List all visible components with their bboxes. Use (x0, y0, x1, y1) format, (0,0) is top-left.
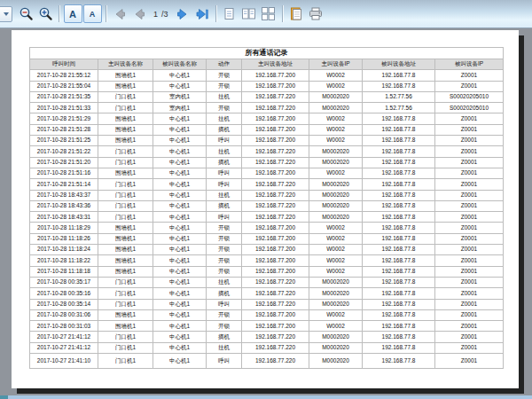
four-page-view-button[interactable] (259, 4, 278, 24)
table-cell: 2017-10-28 21:51:14 (30, 179, 98, 190)
table-cell: 192.168.77.220 (242, 277, 309, 287)
table-cell: 挂机 (207, 277, 242, 287)
table-cell: Z0001 (435, 255, 504, 266)
table-cell: 中心机1 (153, 354, 207, 369)
zoom-out-icon (19, 6, 34, 21)
column-header: 主叫设备名称 (98, 59, 153, 70)
table-cell: M0002020 (309, 354, 363, 369)
table-cell: Z0001 (435, 245, 504, 255)
table-cell: 中心机1 (153, 113, 207, 124)
table-cell: 192.168.77.8 (363, 245, 435, 255)
table-cell: 192.168.77.220 (242, 190, 309, 200)
table-cell: 192.168.77.220 (242, 91, 309, 102)
table-cell: W0002 (309, 266, 363, 277)
page-current: 1 (153, 10, 158, 19)
table-cell: M0002020 (309, 157, 363, 168)
table-cell: 192.168.77.8 (363, 266, 435, 277)
window-bottom-corner (0, 395, 8, 399)
table-cell: W0002 (309, 124, 363, 135)
zoom-selector-dropdown[interactable] (0, 6, 12, 22)
page-setup-button[interactable] (286, 4, 306, 24)
table-cell: 中心机1 (153, 124, 207, 135)
table-cell: 摘机 (207, 157, 242, 168)
table-cell: 中心机1 (153, 70, 207, 81)
table-cell: 192.168.77.220 (242, 200, 309, 211)
table-cell: Z0001 (435, 136, 504, 146)
table-cell: 2017-10-28 00:35:17 (30, 277, 98, 287)
report-title: 所有通话记录 (30, 48, 504, 59)
page-setup-icon (288, 6, 303, 21)
table-cell: 围墙机1 (98, 113, 153, 124)
print-button[interactable] (306, 4, 325, 24)
table-cell: M0002020 (309, 146, 363, 157)
prev-page-button[interactable] (129, 4, 149, 24)
table-cell: 192.168.77.200 (242, 321, 309, 332)
table-cell: 开锁 (207, 103, 242, 113)
table-cell: 192.168.77.8 (363, 309, 435, 320)
table-cell: 摘机 (207, 124, 242, 135)
table-cell: W0002 (309, 113, 363, 124)
one-page-view-button[interactable] (220, 4, 239, 24)
table-cell: 192.168.77.200 (242, 245, 309, 255)
table-row: 2017-10-28 21:55:04围墙机1中心机1开锁192.168.77.… (30, 81, 504, 91)
table-cell: 中心机1 (153, 332, 207, 342)
table-cell: Z0001 (435, 266, 504, 277)
table-cell: 开锁 (207, 309, 242, 320)
column-header: 动作 (207, 59, 242, 70)
table-row: 2017-10-28 21:51:28围墙机1中心机1摘机192.168.77.… (30, 124, 504, 135)
table-cell: 192.168.77.8 (363, 212, 435, 223)
table-cell: 呼叫 (207, 354, 242, 369)
table-cell: M0002020 (309, 200, 363, 211)
font-smaller-button[interactable]: A (82, 4, 102, 24)
table-cell: 围墙机1 (98, 136, 153, 146)
table-cell: 围墙机1 (98, 245, 153, 255)
table-row: 2017-10-28 11:18:26围墙机1中心机1开锁192.168.77.… (30, 233, 504, 244)
table-cell: 中心机1 (153, 136, 207, 146)
next-page-icon (176, 7, 190, 21)
table-cell: W0002 (309, 70, 363, 81)
table-cell: 2017-10-28 11:18:29 (30, 223, 98, 233)
table-row: 2017-10-28 21:55:12围墙机1中心机1开锁192.168.77.… (30, 70, 504, 81)
two-page-view-button[interactable] (239, 4, 259, 24)
table-cell: Z0001 (435, 70, 504, 81)
table-cell: W0002 (309, 168, 363, 178)
next-page-button[interactable] (173, 4, 192, 24)
first-page-button[interactable] (110, 4, 129, 24)
table-cell: 2017-10-28 18:43:37 (30, 190, 98, 200)
table-cell: 192.168.77.8 (363, 179, 435, 190)
table-cell: 中心机1 (153, 309, 207, 320)
table-cell: 2017-10-28 21:51:33 (30, 103, 98, 113)
zoom-out-button[interactable] (16, 4, 35, 24)
column-header: 呼叫时间 (30, 59, 98, 70)
font-larger-button[interactable]: A (63, 4, 82, 24)
table-cell: Z0001 (435, 179, 504, 190)
table-cell: W0002 (309, 309, 363, 320)
table-cell: 1.52.77.56 (363, 91, 435, 102)
table-cell: 192.168.77.200 (242, 81, 309, 91)
table-row: 2017-10-28 21:51:14门口机1中心机1呼叫192.168.77.… (30, 179, 504, 190)
table-cell: 开锁 (207, 266, 242, 277)
table-cell: M0002020 (309, 288, 363, 299)
table-row: 2017-10-28 21:51:22门口机1中心机1挂机192.168.77.… (30, 146, 504, 157)
table-cell: 192.168.77.8 (363, 321, 435, 332)
table-cell: 门口机1 (98, 354, 153, 369)
table-cell: 2017-10-28 21:55:04 (30, 81, 98, 91)
table-cell: 192.168.77.200 (242, 113, 309, 124)
last-page-button[interactable] (192, 4, 212, 24)
table-row: 2017-10-28 18:43:37门口机1中心机1挂机192.168.77.… (30, 190, 504, 200)
table-cell: 围墙机1 (98, 70, 153, 81)
table-cell: 开锁 (207, 81, 242, 91)
zoom-in-button[interactable] (35, 4, 55, 24)
table-cell: 中心机1 (153, 81, 207, 91)
two-page-view-icon (241, 6, 256, 21)
table-cell: 中心机1 (153, 157, 207, 168)
table-cell: 192.168.77.200 (242, 233, 309, 244)
table-cell: 门口机1 (98, 342, 153, 353)
report-page: 所有通话记录 呼叫时间主叫设备名称被叫设备名称动作主叫设备地址主叫设备IP被叫设… (12, 30, 519, 388)
column-header: 被叫设备IP (435, 59, 504, 70)
table-cell: W0002 (309, 223, 363, 233)
table-cell: 192.168.77.8 (363, 223, 435, 233)
table-cell: 2017-10-27 21:41:10 (30, 354, 98, 369)
column-header: 主叫设备IP (309, 59, 363, 70)
table-cell: 围墙机1 (98, 321, 153, 332)
